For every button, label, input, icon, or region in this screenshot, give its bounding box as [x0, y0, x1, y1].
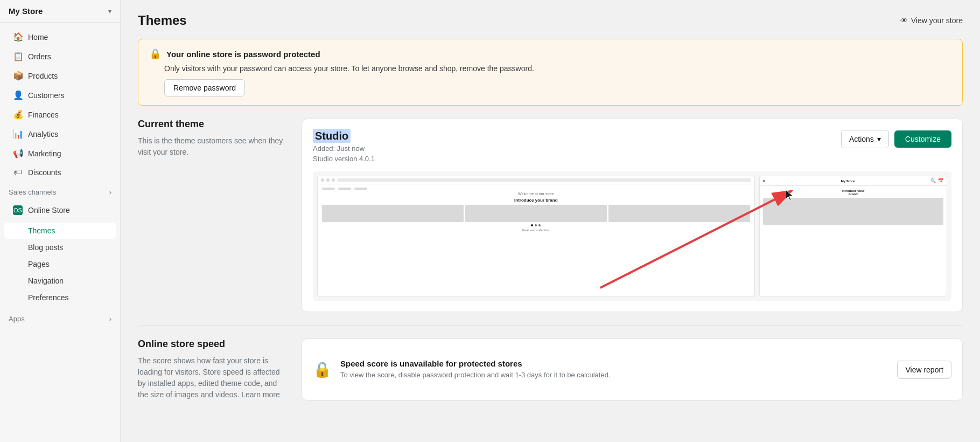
preview-mobile-hero: Introduce yourbrand [763, 189, 943, 196]
preview-page-dot [531, 224, 533, 226]
sidebar-item-finances[interactable]: 💰 Finances [4, 105, 116, 124]
preview-search-icon: 🔍 [930, 178, 936, 183]
sidebar-item-label: Customers [28, 91, 65, 100]
preview-mobile: ≡ My Store 🔍 📅 Introduce yourbrand [759, 176, 947, 296]
theme-name: Studio [313, 129, 351, 143]
view-report-button[interactable]: View report [897, 361, 951, 379]
online-store-sub-nav: Themes Blog posts Pages Navigation Prefe… [0, 220, 120, 308]
sidebar-item-orders[interactable]: 📋 Orders [4, 47, 116, 66]
sales-channels-chevron-icon: › [109, 188, 111, 196]
banner-title-row: 🔒 Your online store is password protecte… [149, 48, 951, 60]
finances-icon: 💰 [13, 109, 23, 120]
products-icon: 📦 [13, 71, 23, 81]
view-store-icon: 👁 [900, 16, 908, 25]
preview-nav [322, 188, 750, 190]
sidebar-item-customers[interactable]: 👤 Customers [4, 86, 116, 105]
preview-dot-yellow [326, 178, 330, 182]
preview-brand-text: Introduce your brand [322, 198, 750, 203]
sidebar-item-marketing[interactable]: 📢 Marketing [4, 144, 116, 163]
sidebar-item-label: Products [28, 72, 58, 80]
preview-img-cell [322, 205, 464, 222]
sidebar-item-label: Finances [28, 110, 59, 119]
main-content: Themes 👁 View your store 🔒 Your online s… [121, 0, 980, 442]
theme-version: Studio version 4.0.1 [313, 155, 375, 163]
preview-page-dot [538, 224, 541, 226]
analytics-icon: 📊 [13, 129, 23, 139]
actions-button[interactable]: Actions ▾ [841, 130, 889, 148]
speed-lock-icon: 🔒 [313, 361, 332, 378]
current-theme-label: Current theme [138, 119, 289, 130]
home-icon: 🏠 [13, 32, 23, 42]
preview-mobile-img [763, 198, 943, 225]
sidebar-item-navigation[interactable]: Navigation [4, 273, 116, 289]
sidebar-item-label: Marketing [28, 149, 61, 158]
sidebar-item-label: Orders [28, 52, 51, 61]
navigation-label: Navigation [28, 277, 64, 285]
preferences-label: Preferences [28, 293, 68, 302]
sidebar-item-analytics[interactable]: 📊 Analytics [4, 125, 116, 143]
preview-featured-label: Featured collection [322, 229, 750, 232]
password-banner: 🔒 Your online store is password protecte… [138, 39, 963, 106]
view-store-label: View your store [911, 16, 963, 25]
preview-dot-green [332, 178, 335, 182]
actions-chevron-icon: ▾ [877, 135, 881, 143]
store-name: My Store [9, 6, 43, 16]
blog-posts-label: Blog posts [28, 243, 63, 252]
marketing-icon: 📢 [13, 148, 23, 158]
preview-pagination [322, 224, 750, 226]
discounts-icon: 🏷 [13, 168, 23, 177]
customers-icon: 👤 [13, 90, 23, 100]
speed-section: Online store speed The score shows how f… [138, 339, 963, 400]
sidebar-item-label: Analytics [28, 130, 58, 139]
speed-info: Online store speed The score shows how f… [138, 339, 289, 400]
speed-card: 🔒 Speed score is unavailable for protect… [302, 339, 963, 400]
speed-card-desc: To view the score, disable password prot… [340, 370, 888, 380]
preview-mobile-content: Introduce yourbrand [760, 186, 947, 228]
sidebar-item-products[interactable]: 📦 Products [4, 66, 116, 85]
current-theme-info: Current theme This is the theme customer… [138, 119, 289, 312]
current-theme-section: Current theme This is the theme customer… [138, 119, 963, 312]
apps-chevron-icon: › [109, 315, 111, 323]
sidebar-item-pages[interactable]: Pages [4, 256, 116, 272]
current-theme-desc: This is the theme customers see when the… [138, 135, 289, 158]
sidebar-item-home[interactable]: 🏠 Home [4, 27, 116, 46]
store-chevron-icon: ▾ [108, 8, 111, 15]
preview-nav-item [354, 188, 367, 190]
speed-card-title: Speed score is unavailable for protected… [340, 359, 888, 368]
sidebar-item-online-store[interactable]: OS Online Store [4, 201, 116, 219]
sidebar-nav: 🏠 Home 📋 Orders 📦 Products 👤 Customers 💰… [0, 23, 120, 332]
preview-nav-item [338, 188, 351, 190]
banner-lock-icon: 🔒 [149, 48, 161, 60]
apps-label: Apps [9, 315, 25, 323]
theme-card-header: Studio Added: Just now Studio version 4.… [313, 130, 951, 163]
banner-title: Your online store is password protected [166, 50, 320, 59]
pages-label: Pages [28, 260, 50, 268]
customize-button[interactable]: Customize [894, 130, 951, 148]
online-store-label: Online Store [28, 206, 70, 215]
section-divider [138, 325, 963, 326]
apps-header[interactable]: Apps › [0, 310, 120, 327]
preview-url-bar [337, 178, 751, 182]
page-header: Themes 👁 View your store [138, 13, 963, 28]
sidebar-item-themes[interactable]: Themes [4, 223, 116, 239]
store-selector[interactable]: My Store ▾ [0, 0, 120, 23]
preview-desktop: Welcome to our store Introduce your bran… [317, 176, 755, 296]
sidebar-item-discounts[interactable]: 🏷 Discounts [4, 163, 116, 182]
preview-welcome-text: Welcome to our store [322, 192, 750, 196]
sidebar-item-label: Discounts [28, 168, 61, 177]
preview-desktop-content: Welcome to our store Introduce your bran… [318, 184, 754, 235]
sidebar: My Store ▾ 🏠 Home 📋 Orders 📦 Products 👤 … [0, 0, 121, 442]
preview-nav-item [322, 188, 335, 190]
themes-label: Themes [28, 226, 55, 235]
sidebar-item-blog-posts[interactable]: Blog posts [4, 239, 116, 255]
preview-mobile-store-name: My Store [841, 179, 855, 183]
preview-mobile-header: ≡ My Store 🔍 📅 [760, 176, 947, 186]
view-store-link[interactable]: 👁 View your store [900, 16, 963, 25]
remove-password-button[interactable]: Remove password [164, 79, 245, 96]
preview-mobile-menu-icon: ≡ [763, 179, 765, 183]
online-store-icon: OS [13, 205, 23, 215]
orders-icon: 📋 [13, 51, 23, 61]
speed-section-label: Online store speed [138, 339, 289, 350]
theme-card: Studio Added: Just now Studio version 4.… [302, 119, 963, 312]
sidebar-item-preferences[interactable]: Preferences [4, 289, 116, 306]
